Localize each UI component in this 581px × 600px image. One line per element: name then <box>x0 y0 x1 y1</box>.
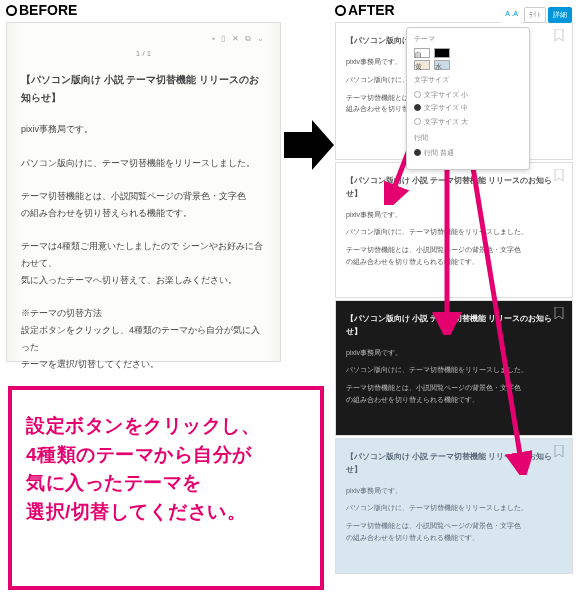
linespace-label: 行間 <box>414 132 522 144</box>
fontsize-label: 文字サイズ <box>414 74 522 86</box>
page-indicator: 1 / 1 <box>21 46 266 61</box>
theme-swatch-blue[interactable]: 水 <box>434 60 450 70</box>
arrow-pink-3 <box>462 135 532 479</box>
theme-swatch-black[interactable] <box>434 48 450 58</box>
before-title: 【パソコン版向け 小説 テーマ切替機能 リリースのお知らせ】 <box>21 71 266 107</box>
before-p5: ※テーマの切替方法設定ボタンをクリックし、4種類のテーマから自分が気に入ったテー… <box>21 305 266 373</box>
font-button[interactable]: A .A <box>501 7 522 23</box>
after-label: AFTER <box>335 2 395 18</box>
after-panel-white-settings: A .A ﾗｲﾄ 詳細 【パソコン版向け 小説 テーマ切替｜ ( ) らせ】 p… <box>335 22 573 160</box>
theme-label: テーマ <box>414 33 522 45</box>
toolbar-icons: ▪ ▯ ✕ ⧉ ⌄ <box>21 31 266 46</box>
svg-marker-0 <box>284 120 334 170</box>
after4-p1: pixiv事務局です。 <box>346 485 562 497</box>
bookmark-icon[interactable] <box>554 169 564 185</box>
arrow-right-icon <box>284 120 334 170</box>
instruction-box: 設定ボタンをクリックし、 4種類のテーマから自分が 気に入ったテーマを 選択/切… <box>8 386 324 590</box>
detail-button[interactable]: 詳細 <box>548 7 572 23</box>
before-p4: テーマは4種類ご用意いたしましたので シーンやお好みに合わせて、気に入ったテーマ… <box>21 238 266 289</box>
after4-p2: パソコン版向けに、テーマ切替機能をリリースしました。 <box>346 502 562 514</box>
linespace-normal[interactable]: 行間 普通 <box>414 146 522 160</box>
before-p3: テーマ切替機能とは、小説閲覧ページの背景色・文字色の組み合わせを切り替えられる機… <box>21 188 266 222</box>
before-p2: パソコン版向けに、テーマ切替機能をリリースしました。 <box>21 155 266 172</box>
after4-p3: テーマ切替機能とは、小説閲覧ページの背景色・文字色の組み合わせを切り替えられる機… <box>346 520 562 544</box>
fontsize-medium[interactable]: 文字サイズ 中 <box>414 101 522 115</box>
theme-swatch-white[interactable]: 白 <box>414 48 430 58</box>
mode-button[interactable]: ﾗｲﾄ <box>524 7 546 23</box>
bookmark-icon[interactable] <box>554 445 564 461</box>
before-p1: pixiv事務局です。 <box>21 121 266 138</box>
before-panel: ▪ ▯ ✕ ⧉ ⌄ 1 / 1 【パソコン版向け 小説 テーマ切替機能 リリース… <box>6 22 281 362</box>
fontsize-large[interactable]: 文字サイズ 大 <box>414 115 522 129</box>
bookmark-icon[interactable] <box>554 29 564 45</box>
theme-swatch-tan[interactable]: 黄 <box>414 60 430 70</box>
fontsize-small[interactable]: 文字サイズ 小 <box>414 88 522 102</box>
theme-settings-popover: テーマ 白 黄 水 文字サイズ 文字サイズ 小 文字サイズ 中 文字サイズ 大 … <box>406 27 530 170</box>
after-panel-blue: 【パソコン版向け 小説 テーマ切替機能 リリースのお知らせ】 pixiv事務局で… <box>335 438 573 574</box>
instruction-text: 設定ボタンをクリックし、 4種類のテーマから自分が 気に入ったテーマを 選択/切… <box>26 412 306 526</box>
bookmark-icon[interactable] <box>554 307 564 323</box>
before-label: BEFORE <box>6 2 77 18</box>
